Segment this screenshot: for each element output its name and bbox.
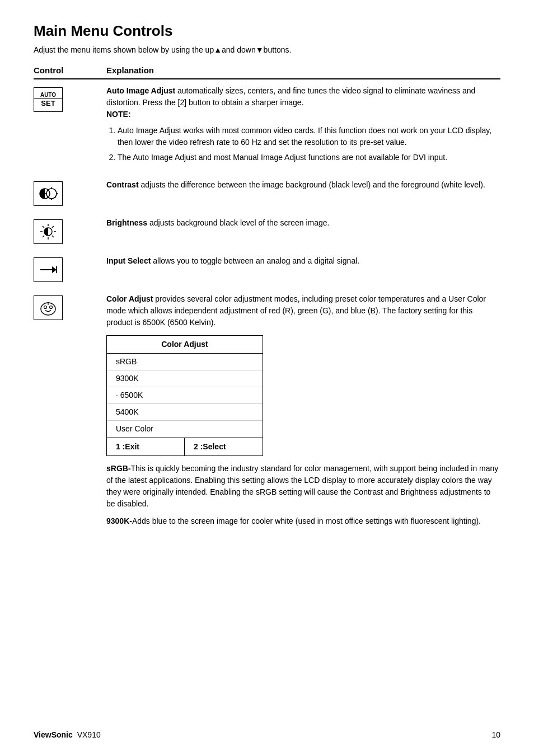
icon-cell-contrast xyxy=(34,179,106,206)
page-subtitle: Adjust the menu items shown below by usi… xyxy=(34,45,500,54)
note-label: NOTE: xyxy=(106,110,131,119)
brightness-bold: Brightness xyxy=(106,218,147,227)
brightness-icon xyxy=(34,219,63,244)
color-adjust-icon-svg xyxy=(38,298,59,317)
icon-cell-color xyxy=(34,293,106,320)
color-adjust-icon xyxy=(34,295,63,320)
auto-notes-list: Auto Image Adjust works with most common… xyxy=(106,125,500,163)
9300k-bold: 9300K- xyxy=(106,516,132,525)
svg-point-4 xyxy=(57,193,58,194)
icon-cell-auto: AUTO SET xyxy=(34,85,106,112)
row-auto-image-adjust: AUTO SET Auto Image Adjust automatically… xyxy=(34,85,500,168)
input-select-icon-svg xyxy=(38,260,59,279)
svg-point-24 xyxy=(50,306,53,309)
ca-row-6500k: · 6500K xyxy=(107,387,263,404)
svg-point-2 xyxy=(51,187,52,189)
svg-point-9 xyxy=(47,196,48,198)
input-select-text: Input Select allows you to toggle betwee… xyxy=(106,255,500,267)
svg-line-18 xyxy=(43,236,44,237)
icon-cell-input xyxy=(34,255,106,282)
explanation-contrast: Contrast adjusts the difference between … xyxy=(106,179,500,195)
auto-set-icon-line2: SET xyxy=(41,100,55,107)
page-title: Main Menu Controls xyxy=(34,22,500,40)
color-adjust-table-header: Color Adjust xyxy=(107,336,263,354)
column-headers: Control Explanation xyxy=(34,65,500,79)
contrast-bold: Contrast xyxy=(106,180,139,189)
brightness-icon-svg xyxy=(38,222,59,241)
footer-brand: ViewSonic xyxy=(34,730,73,739)
contrast-icon xyxy=(34,181,63,206)
footer-model: VX910 xyxy=(77,730,101,739)
footer-branding: ViewSonic VX910 xyxy=(34,730,101,739)
ca-footer: 1 :Exit 2 :Select xyxy=(107,438,263,456)
svg-marker-20 xyxy=(52,266,57,273)
svg-point-25 xyxy=(48,302,49,304)
auto-set-icon: AUTO SET xyxy=(34,87,63,112)
auto-note-1: Auto Image Adjust works with most common… xyxy=(118,125,500,148)
auto-bold: Auto Image Adjust xyxy=(106,86,175,95)
color-adjust-bold: Color Adjust xyxy=(106,294,153,303)
svg-point-23 xyxy=(44,306,47,309)
contrast-text: Contrast adjusts the difference between … xyxy=(106,179,500,191)
footer: ViewSonic VX910 10 xyxy=(34,730,500,739)
icon-cell-brightness xyxy=(34,217,106,244)
brightness-text: Brightness adjusts background black leve… xyxy=(106,217,500,229)
contrast-icon-svg xyxy=(38,184,59,203)
svg-point-7 xyxy=(55,196,56,198)
svg-point-8 xyxy=(47,190,48,191)
svg-point-6 xyxy=(55,190,56,191)
ca-select: 2 :Select xyxy=(185,438,263,456)
9300k-explanation: 9300K-Adds blue to the screen image for … xyxy=(106,515,500,527)
ca-row-srgb: sRGB xyxy=(107,354,263,370)
svg-line-16 xyxy=(52,236,54,237)
srgb-explanation: sRGB-This is quickly becoming the indust… xyxy=(106,463,500,510)
col-explanation-label: Explanation xyxy=(106,65,500,75)
input-select-icon xyxy=(34,257,63,282)
color-adjust-table: Color Adjust sRGB 9300K · 6500K 5400K Us… xyxy=(106,335,263,456)
ca-exit: 1 :Exit xyxy=(107,438,185,456)
explanation-brightness: Brightness adjusts background black leve… xyxy=(106,217,500,233)
explanation-input-select: Input Select allows you to toggle betwee… xyxy=(106,255,500,271)
row-brightness: Brightness adjusts background black leve… xyxy=(34,217,500,244)
auto-main-text: Auto Image Adjust automatically sizes, c… xyxy=(106,85,500,120)
explanation-auto: Auto Image Adjust automatically sizes, c… xyxy=(106,85,500,168)
row-input-select: Input Select allows you to toggle betwee… xyxy=(34,255,500,282)
svg-line-17 xyxy=(52,226,54,228)
svg-line-15 xyxy=(43,226,44,228)
svg-point-3 xyxy=(51,199,52,200)
svg-point-5 xyxy=(45,193,46,194)
row-color-adjust: Color Adjust provides several color adju… xyxy=(34,293,500,532)
input-select-bold: Input Select xyxy=(106,256,151,265)
auto-note-2: The Auto Image Adjust and most Manual Im… xyxy=(118,152,500,163)
color-adjust-text: Color Adjust provides several color adju… xyxy=(106,293,500,328)
auto-set-icon-line1: AUTO xyxy=(34,92,62,99)
ca-row-9300k: 9300K xyxy=(107,370,263,387)
explanation-color-adjust: Color Adjust provides several color adju… xyxy=(106,293,500,532)
row-contrast: Contrast adjusts the difference between … xyxy=(34,179,500,206)
col-control-label: Control xyxy=(34,65,106,75)
srgb-bold: sRGB- xyxy=(106,464,131,473)
ca-row-user-color: User Color xyxy=(107,421,263,438)
footer-page-number: 10 xyxy=(491,730,500,739)
ca-row-5400k: 5400K xyxy=(107,404,263,421)
